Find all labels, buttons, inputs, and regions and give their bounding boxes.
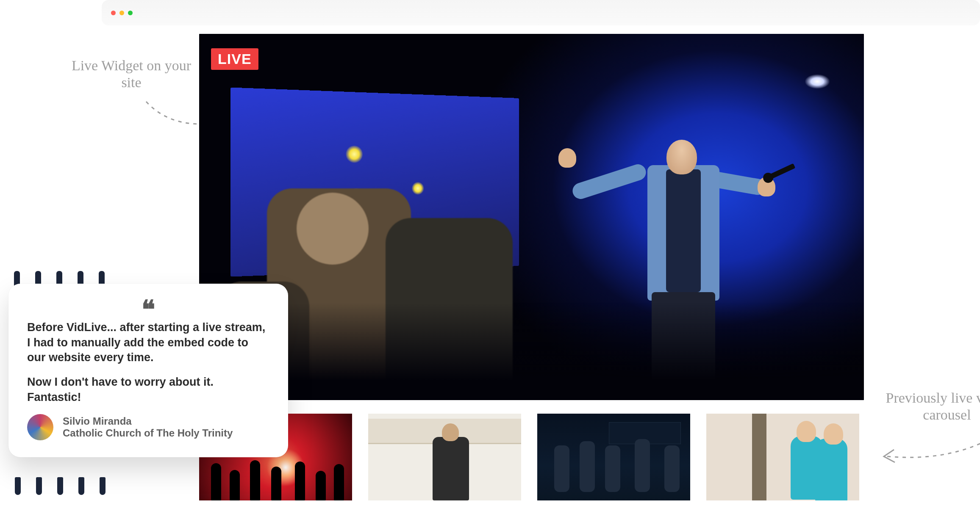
window-minimize-icon[interactable] [119,11,124,15]
live-video-player[interactable]: LIVE [199,34,864,400]
carousel-thumb[interactable] [368,414,521,500]
author-org: Catholic Church of The Holy Trinity [63,427,233,439]
carousel-thumb[interactable] [537,414,690,500]
spotlight-icon [805,74,830,89]
avatar [27,414,53,440]
testimonial-card: ❝ Before VidLive... after starting a liv… [8,284,288,457]
testimonial-text-2: Now I don't have to worry about it. Fant… [27,375,269,405]
carousel-thumb[interactable] [706,414,859,500]
author-name: Silvio Miranda [63,415,233,427]
quote-icon: ❝ [27,305,269,315]
window-close-icon[interactable] [111,11,116,15]
annotation-carousel: Previously live video carousel [881,390,980,423]
window-expand-icon[interactable] [128,11,133,15]
video-scene [199,34,864,400]
annotation-live-widget: Live Widget on your site [68,57,195,91]
testimonial-text-1: Before VidLive... after starting a live … [27,320,269,365]
video-carousel[interactable] [199,414,859,500]
page-root: Live Widget on your site [0,0,980,525]
live-badge: LIVE [211,48,258,70]
notebook-edge-decoration [15,477,105,495]
arrow-icon [877,434,980,472]
browser-chrome [102,0,980,25]
testimonial-author: Silvio Miranda Catholic Church of The Ho… [27,414,269,440]
